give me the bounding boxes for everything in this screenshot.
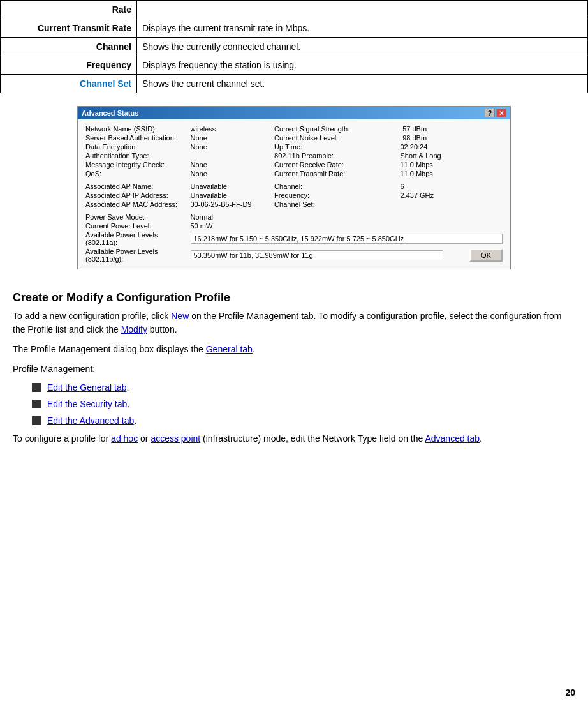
table-row: Rate: [1, 1, 588, 19]
table-label-current-transmit-rate: Current Transmit Rate: [1, 19, 137, 38]
adv-value: 2.437 GHz: [399, 191, 504, 200]
adv-label: Data Encryption:: [84, 142, 189, 151]
bullet-list: Edit the General tab. Edit the Security …: [32, 382, 575, 426]
adv-value: 00-06-25-B5-FF-D9: [189, 200, 274, 209]
link-edit-security-tab[interactable]: Edit the Security tab: [47, 399, 127, 409]
rate-table: Rate Current Transmit Rate Displays the …: [0, 0, 588, 93]
para-4-text-1: To configure a profile for: [13, 433, 111, 444]
adv-label: Power Save Mode:: [84, 213, 189, 221]
table-value-channel-set: Shows the current channel set.: [137, 75, 588, 93]
adv-value: None: [189, 142, 274, 151]
table-row: Frequency Displays frequency the station…: [1, 56, 588, 75]
adv-label: Network Name (SSID):: [84, 124, 189, 133]
link-advanced-tab[interactable]: Advanced tab: [425, 433, 480, 444]
table-row: Channel Shows the currently connected ch…: [1, 38, 588, 56]
table-value-channel: Shows the currently connected channel.: [137, 38, 588, 56]
titlebar: Advanced Status ? ✕: [78, 107, 510, 119]
adv-value: 50 mW: [189, 221, 274, 230]
adv-label: Authentication Type:: [84, 151, 189, 160]
adv-status-body: Network Name (SSID): wireless Current Si…: [78, 119, 510, 269]
main-content: Create or Modify a Configuration Profile…: [0, 282, 588, 465]
ok-button[interactable]: OK: [469, 249, 503, 262]
para-4-text-4: .: [480, 433, 482, 444]
adv-value: 11.0 Mbps: [399, 160, 504, 169]
link-access-point[interactable]: access point: [151, 433, 200, 444]
bullet-period-2: .: [127, 399, 129, 409]
link-edit-advanced-tab[interactable]: Edit the Advanced tab: [47, 416, 134, 426]
adv-value: -98 dBm: [399, 133, 504, 142]
adv-label: Associated AP Name:: [84, 182, 189, 191]
close-button[interactable]: ✕: [496, 109, 506, 117]
table-row: Current Transmit Rate Displays the curre…: [1, 19, 588, 38]
adv-value: 6: [399, 182, 504, 191]
adv-label: Associated AP MAC Address:: [84, 200, 189, 209]
page-wrapper: Rate Current Transmit Rate Displays the …: [0, 0, 588, 704]
adv-label: Up Time:: [273, 142, 399, 151]
adv-label: Message Integrity Check:: [84, 160, 189, 169]
para-2-text: The Profile Management dialog box displa…: [13, 344, 206, 354]
adv-value: None: [189, 169, 274, 178]
screenshot-area: Advanced Status ? ✕ Network Name (SSID):…: [0, 106, 588, 269]
table-row: Channel Set Shows the current channel se…: [1, 75, 588, 93]
adv-value: [399, 200, 504, 209]
table-label-rate: Rate: [1, 1, 137, 19]
adv-label: Current Signal Strength:: [273, 124, 399, 133]
adv-value: wireless: [189, 124, 274, 133]
section-heading: Create or Modify a Configuration Profile: [13, 291, 575, 304]
link-ad-hoc[interactable]: ad hoc: [111, 433, 138, 444]
link-general-tab[interactable]: General tab: [206, 344, 253, 354]
table-label-channel: Channel: [1, 38, 137, 56]
list-item-security: Edit the Security tab.: [32, 399, 575, 409]
adv-value: 02:20:24: [399, 142, 504, 151]
adv-label: Current Transmit Rate:: [273, 169, 399, 178]
link-modify[interactable]: Modify: [121, 324, 147, 334]
adv-label: Server Based Authentication:: [84, 133, 189, 142]
ap-fields-table: Associated AP Name: Unavailable Channel:…: [84, 182, 504, 209]
adv-value: [189, 151, 274, 160]
titlebar-buttons: ? ✕: [485, 109, 506, 117]
adv-value: Unavailable: [189, 191, 274, 200]
para-2-end: .: [253, 344, 255, 354]
adv-value: 11.0 Mbps: [399, 169, 504, 178]
list-item-advanced: Edit the Advanced tab.: [32, 416, 575, 426]
adv-value: Normal: [189, 213, 274, 221]
available-power-a-value: 16.218mW for 5.150 ~ 5.350GHz, 15.922mW …: [191, 234, 503, 244]
para-1-text-3: button.: [147, 324, 177, 334]
advanced-status-window: Advanced Status ? ✕ Network Name (SSID):…: [77, 106, 511, 269]
bullet-icon-security: [32, 400, 41, 408]
adv-label: Associated AP IP Address:: [84, 191, 189, 200]
adv-fields-table: Network Name (SSID): wireless Current Si…: [84, 124, 504, 178]
bullet-period-1: .: [127, 382, 129, 393]
table-value-rate: [137, 1, 588, 19]
adv-label: 802.11b Preamble:: [273, 151, 399, 160]
adv-label: Available Power Levels (802.11b/g):: [84, 247, 189, 264]
adv-label: Channel:: [273, 182, 399, 191]
para-4-text-2: or: [138, 433, 151, 444]
table-label-frequency: Frequency: [1, 56, 137, 75]
para-2: The Profile Management dialog box displa…: [13, 343, 575, 356]
adv-label: Current Noise Level:: [273, 133, 399, 142]
list-item-general: Edit the General tab.: [32, 382, 575, 393]
para-3: Profile Management:: [13, 363, 575, 376]
para-4: To configure a profile for ad hoc or acc…: [13, 432, 575, 446]
table-value-current-transmit-rate: Displays the current transmit rate in Mb…: [137, 19, 588, 38]
adv-value: None: [189, 160, 274, 169]
adv-value: Unavailable: [189, 182, 274, 191]
bullet-period-3: .: [134, 416, 136, 426]
table-value-frequency: Displays frequency the station is using.: [137, 56, 588, 75]
adv-label: QoS:: [84, 169, 189, 178]
adv-label: Available Power Levels (802.11a):: [84, 230, 189, 247]
para-1-text-1: To add a new configuration profile, clic…: [13, 311, 171, 321]
adv-value: None: [189, 133, 274, 142]
link-edit-general-tab[interactable]: Edit the General tab: [47, 382, 127, 393]
para-4-text-3: (infrastructure) mode, edit the Network …: [200, 433, 425, 444]
adv-label: Current Receive Rate:: [273, 160, 399, 169]
link-new[interactable]: New: [171, 311, 189, 321]
help-button[interactable]: ?: [485, 109, 495, 117]
bullet-icon-advanced: [32, 416, 41, 425]
adv-label: Current Power Level:: [84, 221, 189, 230]
para-1: To add a new configuration profile, clic…: [13, 310, 575, 336]
adv-value: -57 dBm: [399, 124, 504, 133]
adv-value: Short & Long: [399, 151, 504, 160]
titlebar-title: Advanced Status: [82, 109, 138, 117]
